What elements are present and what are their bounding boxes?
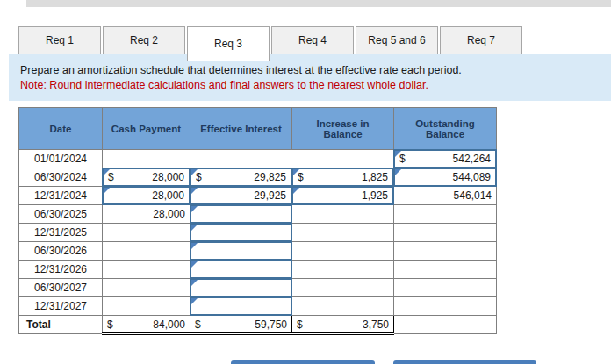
cash-payment-cell: 28,000 xyxy=(103,187,190,205)
cell-value: 28,000 xyxy=(152,171,189,183)
increase-in-balance-cell xyxy=(292,297,394,316)
tab-req-4[interactable]: Req 4 xyxy=(271,26,354,54)
table-row: 06/30/2027 xyxy=(19,279,497,297)
cash-payment-cell: $28,000 xyxy=(103,168,190,187)
cash-payment-cell xyxy=(103,242,190,261)
date-cell: 12/31/2025 xyxy=(19,224,103,242)
header-row: Date Cash Payment Effective Interest Inc… xyxy=(19,108,497,150)
col-header-cash-payment: Cash Payment xyxy=(103,108,190,150)
currency-symbol: $ xyxy=(103,318,113,331)
outstanding-balance-input[interactable]: $542,264 xyxy=(393,149,497,168)
table-row: 12/31/2027 xyxy=(19,297,497,316)
tab-req-5-and-6[interactable]: Req 5 and 6 xyxy=(356,26,438,54)
increase-in-balance-total-cell: $3,750 xyxy=(292,316,394,334)
outstanding-balance-cell: 544,089 xyxy=(394,168,497,187)
effective-interest-cell xyxy=(190,297,292,316)
col-header-outstanding-balance: Outstanding Balance xyxy=(394,108,497,150)
increase-in-balance-cell xyxy=(292,224,394,242)
col-header-effective-interest: Effective Interest xyxy=(190,108,292,150)
cash-payment-cell xyxy=(103,224,190,242)
answer-flag-icon xyxy=(191,188,198,194)
answer-flag-icon xyxy=(191,169,198,175)
table-row: 06/30/2026 xyxy=(19,242,497,261)
cash-payment-cell xyxy=(103,297,190,316)
table-row: 12/31/2025 xyxy=(19,224,497,242)
answer-flag-icon xyxy=(293,188,299,194)
tab-req-2[interactable]: Req 2 xyxy=(103,26,185,54)
tab-req-7[interactable]: Req 7 xyxy=(440,26,522,54)
cash-payment-input[interactable]: 28,000 xyxy=(102,186,190,205)
instruction-text: Prepare an amortization schedule that de… xyxy=(20,63,600,78)
col-header-increase-in-balance: Increase in Balance xyxy=(292,108,394,150)
effective-interest-total-cell: $59,750 xyxy=(190,316,292,334)
total-row: Total$84,000$59,750$3,750 xyxy=(19,316,497,334)
effective-interest-cell xyxy=(190,261,292,279)
increase-in-balance-cell: $1,825 xyxy=(292,168,394,187)
answer-flag-icon xyxy=(104,169,110,175)
answer-flag-icon xyxy=(395,169,401,175)
answer-flag-icon xyxy=(191,225,198,231)
effective-interest-cell: 29,925 xyxy=(190,187,292,205)
date-cell: 06/30/2026 xyxy=(19,242,103,261)
answer-flag-icon xyxy=(395,151,401,157)
effective-interest-input[interactable] xyxy=(190,260,292,279)
increase-in-balance-input[interactable]: $1,825 xyxy=(291,168,394,187)
table-row: 12/31/2026 xyxy=(19,261,497,279)
increase-in-balance-input[interactable]: 1,925 xyxy=(291,186,394,205)
outstanding-balance-cell xyxy=(394,242,497,261)
effective-interest-input[interactable] xyxy=(190,204,292,224)
cash-payment-cell xyxy=(103,279,190,297)
cell-value: 1,925 xyxy=(362,189,392,202)
effective-interest-input[interactable] xyxy=(190,278,292,297)
table-row: 06/30/202528,000 xyxy=(19,205,497,224)
answer-flag-icon xyxy=(191,261,198,268)
increase-in-balance-cell xyxy=(292,279,394,297)
effective-interest-input[interactable]: 29,925 xyxy=(190,186,292,205)
cash-payment-cell xyxy=(103,150,394,168)
col-header-date: Date xyxy=(19,108,103,150)
outstanding-balance-cell xyxy=(394,224,497,242)
increase-in-balance-cell: 1,925 xyxy=(292,187,394,205)
date-cell: 01/01/2024 xyxy=(19,150,103,168)
instruction-panel: Prepare an amortization schedule that de… xyxy=(9,54,611,101)
effective-interest-input[interactable]: $29,825 xyxy=(190,168,292,187)
cell-value: 542,264 xyxy=(453,153,495,165)
tab-req-1[interactable]: Req 1 xyxy=(18,26,101,54)
cell-value: 29,925 xyxy=(254,189,291,202)
answer-flag-icon xyxy=(191,280,198,286)
nav-button-right-partial[interactable] xyxy=(393,360,536,364)
cell-value: 1,825 xyxy=(362,171,392,183)
effective-interest-input[interactable] xyxy=(190,241,292,261)
cash-payment-cell xyxy=(103,261,190,279)
date-cell: 12/31/2026 xyxy=(19,261,103,279)
instruction-note: Note: Round intermediate calculations an… xyxy=(20,78,600,93)
answer-flag-icon xyxy=(191,243,198,249)
answer-flag-icon xyxy=(293,169,299,175)
outstanding-balance-cell xyxy=(394,205,497,224)
cell-value: 29,825 xyxy=(254,171,291,183)
table-row: 12/31/202428,00029,9251,925546,014 xyxy=(19,187,497,205)
cell-value: 28,000 xyxy=(152,189,189,202)
outstanding-balance-cell: $542,264 xyxy=(394,150,497,168)
effective-interest-input[interactable] xyxy=(190,296,292,316)
answer-flag-icon xyxy=(191,298,198,304)
top-gray-bar xyxy=(26,0,611,7)
tab-req-3[interactable]: Req 3 xyxy=(187,26,270,61)
total-value: 3,750 xyxy=(363,318,393,331)
total-value: 84,000 xyxy=(153,318,190,331)
amortization-schedule: Date Cash Payment Effective Interest Inc… xyxy=(18,107,497,335)
total-value: 59,750 xyxy=(255,318,291,331)
amortization-table: Date Cash Payment Effective Interest Inc… xyxy=(18,107,497,335)
effective-interest-cell xyxy=(190,224,292,242)
date-cell: 06/30/2024 xyxy=(19,168,103,187)
outstanding-balance-cell: 546,014 xyxy=(394,187,497,205)
effective-interest-input[interactable] xyxy=(190,223,292,242)
table-row: 01/01/2024$542,264 xyxy=(19,150,497,168)
outstanding-balance-cell xyxy=(394,261,497,279)
effective-interest-cell xyxy=(190,205,292,224)
nav-button-left-partial[interactable] xyxy=(231,360,375,364)
cash-payment-input[interactable]: $28,000 xyxy=(102,168,190,187)
cash-payment-cell: 28,000 xyxy=(103,205,190,224)
outstanding-balance-input[interactable]: 544,089 xyxy=(393,168,497,187)
date-cell: 06/30/2025 xyxy=(19,205,103,224)
